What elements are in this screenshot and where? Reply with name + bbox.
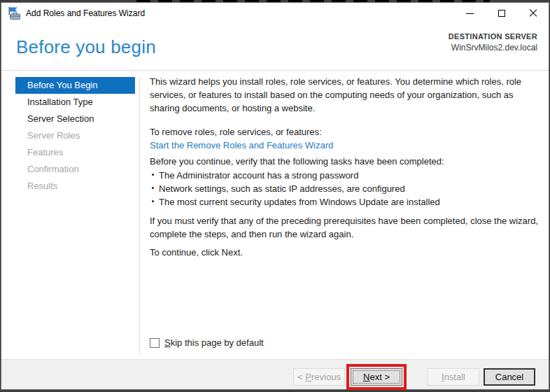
previous-label-prefix: < — [297, 372, 305, 382]
close-icon — [529, 9, 537, 18]
next-label-rest: ext > — [369, 372, 390, 382]
wizard-header: Before you begin DESTINATION SERVER WinS… — [1, 24, 549, 71]
close-button[interactable] — [517, 3, 549, 24]
previous-button: < Previous — [293, 368, 345, 386]
sidebar-item-server-selection[interactable]: Server Selection — [15, 111, 135, 127]
maximize-icon — [498, 10, 505, 17]
skip-page-checkbox[interactable] — [150, 338, 160, 348]
sidebar-item-features: Features — [15, 144, 135, 161]
sidebar-item-before-you-begin[interactable]: Before You Begin — [15, 77, 135, 94]
bullet-dot-icon — [152, 187, 154, 189]
wizard-steps-nav: Before You Begin Installation Type Serve… — [15, 77, 135, 195]
window-title: Add Roles and Features Wizard — [26, 8, 145, 18]
bullet-text: The Administrator account has a strong p… — [159, 169, 358, 182]
wizard-window: Add Roles and Features Wizard Before you… — [1, 2, 549, 390]
bullet-text: The most current security updates from W… — [159, 195, 440, 209]
remove-roles-wizard-link[interactable]: Start the Remove Roles and Features Wiza… — [150, 139, 540, 152]
next-label-accel: N — [363, 372, 369, 382]
install-button: Install — [428, 368, 479, 386]
sidebar-item-server-roles: Server Roles — [15, 127, 135, 144]
page-body: This wizard helps you install roles, rol… — [150, 71, 540, 360]
sidebar-divider — [139, 78, 140, 355]
titlebar[interactable]: Add Roles and Features Wizard — [1, 3, 549, 24]
maximize-button[interactable] — [486, 3, 517, 24]
skip-label-accel: S — [164, 337, 171, 348]
bullet-dot-icon — [152, 174, 154, 176]
skip-label-rest: kip this page by default — [171, 337, 264, 348]
cancel-button[interactable]: Cancel — [484, 368, 535, 386]
install-label-rest: nstall — [444, 372, 465, 382]
next-button[interactable]: Next > — [351, 368, 402, 386]
sidebar-item-installation-type[interactable]: Installation Type — [15, 94, 135, 111]
prerequisite-list: The Administrator account has a strong p… — [150, 169, 540, 209]
page-title: Before you begin — [16, 36, 156, 58]
list-item: The Administrator account has a strong p… — [150, 169, 540, 182]
destination-server-block: DESTINATION SERVER WinSrvMilos2.dev.loca… — [449, 32, 537, 52]
verify-intro: Before you continue, verify that the fol… — [150, 155, 540, 168]
desktop-background: Add Roles and Features Wizard Before you… — [0, 0, 550, 392]
destination-server-name: WinSrvMilos2.dev.local — [449, 43, 537, 52]
bullet-text: Network settings, such as static IP addr… — [159, 182, 405, 195]
previous-label-rest: revious — [311, 372, 341, 382]
minimize-icon — [466, 13, 474, 14]
continue-note: To continue, click Next. — [150, 246, 540, 259]
destination-server-label: DESTINATION SERVER — [449, 32, 537, 41]
list-item: The most current security updates from W… — [150, 195, 540, 209]
skip-page-label[interactable]: Skip this page by default — [164, 336, 264, 349]
previous-label-accel: P — [305, 372, 311, 382]
roles-wizard-flag-icon — [8, 7, 22, 22]
intro-paragraph: This wizard helps you install roles, rol… — [150, 75, 540, 115]
wizard-footer: < Previous Next > Install Cancel — [1, 359, 549, 389]
skip-page-row: Skip this page by default — [150, 336, 540, 349]
remove-roles-block: To remove roles, role services, or featu… — [150, 125, 540, 152]
list-item: Network settings, such as static IP addr… — [150, 182, 540, 195]
minimize-button[interactable] — [454, 3, 486, 24]
wizard-content: Before You Begin Installation Type Serve… — [1, 71, 549, 360]
sidebar-item-confirmation: Confirmation — [15, 161, 135, 178]
remove-roles-intro: To remove roles, role services, or featu… — [150, 125, 540, 139]
prerequisite-note: If you must verify that any of the prece… — [150, 214, 540, 241]
sidebar-item-results: Results — [15, 178, 135, 195]
bullet-dot-icon — [152, 200, 154, 202]
